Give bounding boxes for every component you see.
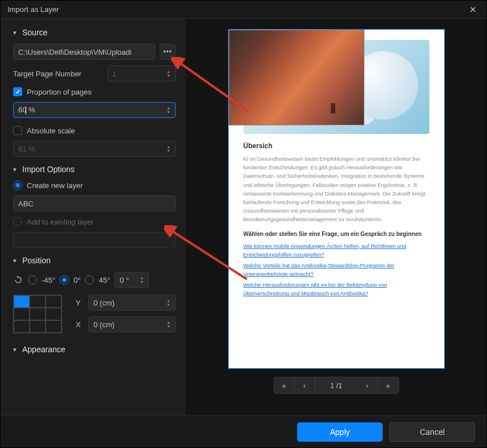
proportion-input[interactable]: 60 % ▲▼ [13,102,176,118]
target-page-input[interactable]: 1 ▲▼ [107,66,176,82]
section-header-import-options[interactable]: ▾ Import Options [13,165,176,174]
anchor-bottom-center[interactable] [30,320,46,333]
create-new-layer-radio[interactable] [13,181,22,190]
section-title-source: Source [22,28,47,37]
caret-down-icon: ▾ [13,166,19,173]
last-page-button[interactable]: » [378,377,399,393]
document-link: Welche Vorteile hat das Antibiotika-Stew… [244,261,429,278]
proportion-label: Proportion of pages [27,88,91,96]
dialog-title: Import as Layer [7,5,59,14]
apply-button[interactable]: Apply [297,422,383,442]
create-new-layer-label: Create new layer [27,181,83,190]
absolute-scale-input: 61 % ▲▼ [13,141,176,157]
custom-angle-input[interactable]: 0 ° ▲▼ [115,272,149,288]
document-body: KI im Gesundheitswesen bietet Empfehlung… [244,154,429,224]
preview-panel: Übersich KI im Gesundheitswesen bietet E… [186,19,486,416]
y-label: Y [74,299,83,307]
anchor-mid-right[interactable] [46,308,62,320]
anchor-top-right[interactable] [46,295,62,308]
absolute-scale-label: Absolute scale [27,127,75,135]
anchor-grid[interactable] [13,295,62,333]
spinner-arrows-icon[interactable]: ▲▼ [167,299,171,307]
first-page-button[interactable]: « [274,377,295,393]
next-page-button[interactable]: › [358,377,378,393]
prev-page-button[interactable]: ‹ [295,377,315,393]
settings-panel: ▾ Source C:\Users\Dell\Desktop\VM\Upload… [1,19,186,416]
x-label: X [74,320,83,329]
anchor-center[interactable] [30,308,46,320]
section-header-appearance[interactable]: ▾ Appearance [13,345,176,354]
spinner-arrows-icon[interactable]: ▲▼ [167,320,171,328]
preview-area: Übersich KI im Gesundheitswesen bietet E… [209,29,464,409]
section-title-import-options: Import Options [22,165,75,174]
rotation-0-label: 0° [74,276,80,284]
rotation-neg45-label: -45° [42,276,55,284]
rotation-neg45-radio[interactable] [28,275,37,284]
cancel-button[interactable]: Cancel [389,422,475,442]
import-as-layer-dialog: Import as Layer ✕ ▾ Source C:\Users\Dell… [0,0,487,448]
source-path-input[interactable]: C:\Users\Dell\Desktop\VM\Uploadi [13,44,155,60]
spinner-arrows-icon[interactable]: ▲▼ [167,70,171,78]
add-existing-layer-label: Add to existing layer [27,218,94,226]
page-preview[interactable]: Übersich KI im Gesundheitswesen bietet E… [228,29,445,369]
dialog-footer: Apply Cancel [1,416,486,447]
dialog-body: ▾ Source C:\Users\Dell\Desktop\VM\Upload… [1,19,486,416]
y-offset-input[interactable]: 0 (cm) ▲▼ [88,295,176,311]
rotate-icon[interactable] [13,275,23,285]
caret-down-icon: ▾ [13,257,19,264]
document-link: Wie können mobile Anwendungen Ärzten hel… [244,242,429,259]
spinner-arrows-icon[interactable]: ▲▼ [140,276,144,284]
rotation-45-radio[interactable] [85,275,94,284]
caret-down-icon: ▾ [13,29,19,36]
browse-button[interactable]: ••• [160,44,176,60]
spinner-arrows-icon[interactable]: ▲▼ [167,106,171,114]
anchor-top-center[interactable] [30,295,46,308]
existing-layer-dropdown [13,232,176,248]
document-link: Welche Herausforderungen gibt es bei der… [244,280,429,298]
section-header-position[interactable]: ▾ Position [13,256,176,265]
imported-layer-overlay[interactable] [229,30,364,125]
anchor-mid-left[interactable] [14,308,30,320]
x-offset-input[interactable]: 0 (cm) ▲▼ [88,316,176,332]
section-header-source[interactable]: ▾ Source [13,28,176,37]
section-title-position: Position [22,256,51,265]
anchor-bottom-left[interactable] [14,320,30,333]
proportion-checkbox[interactable] [13,87,22,96]
spinner-arrows-icon: ▲▼ [167,145,171,153]
rotation-45-label: 45° [99,276,110,284]
absolute-scale-checkbox[interactable] [13,126,22,135]
document-subheading: Wählen oder stellen Sie eine Frage, um e… [244,231,429,237]
close-button[interactable]: ✕ [466,3,480,17]
page-navigation: « ‹ 1 /1 › » [274,377,399,394]
caret-down-icon: ▾ [13,346,19,353]
anchor-top-left[interactable] [14,295,30,308]
add-existing-layer-radio[interactable] [13,217,22,226]
page-indicator: 1 /1 [315,381,358,390]
layer-name-input[interactable]: ABC [13,196,176,211]
rotation-0-radio[interactable] [60,275,69,284]
anchor-bottom-right[interactable] [46,320,62,333]
document-heading: Übersich [244,142,429,150]
target-page-label: Target Page Number [13,70,82,78]
titlebar: Import as Layer ✕ [1,1,486,19]
section-title-appearance: Appearance [22,345,66,354]
